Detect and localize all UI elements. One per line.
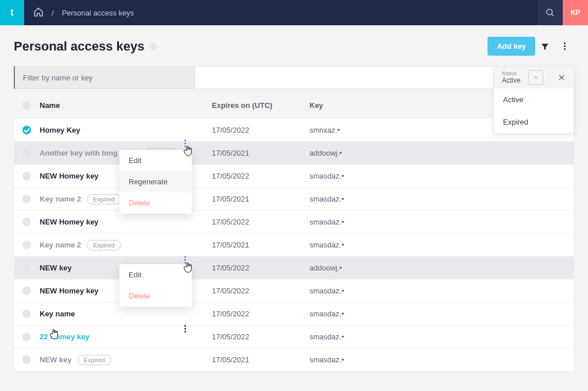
help-icon[interactable]: [149, 42, 157, 51]
row-context-menu: Edit Regenerate Delete: [119, 150, 192, 214]
row-key: smasdaz.•: [310, 218, 566, 226]
row-expires: 17/05/2021: [212, 149, 310, 157]
row-checkbox[interactable]: [22, 287, 31, 295]
table-row[interactable]: Key name 2Expired17/05/2021smasdaz.•: [14, 233, 574, 256]
row-name: Homey Key: [40, 126, 212, 134]
status-option-expired[interactable]: Expired: [494, 111, 574, 133]
row-expires: 17/05/2022: [212, 218, 310, 226]
row-key: smasdaz.•: [310, 355, 566, 364]
table-row[interactable]: Key name17/05/2022smasdaz.•: [14, 302, 574, 325]
status-option-active[interactable]: Active: [494, 88, 574, 111]
page-title: Personal access keys: [14, 39, 145, 54]
table-row[interactable]: NEW Homey key17/05/2022smasdaz.•: [14, 279, 574, 302]
row-expires: 17/05/2022: [212, 264, 310, 272]
row-key: smasdaz.•: [310, 241, 566, 249]
status-filter-dropdown: Status Active Active Expired: [493, 66, 574, 134]
row-expires: 17/05/2022: [212, 309, 310, 318]
row-expires: 17/05/2022: [212, 172, 310, 180]
filter-icon[interactable]: [535, 42, 555, 51]
row-context-menu: Edit Delete: [119, 264, 192, 307]
breadcrumb-separator: /: [52, 9, 54, 17]
row-key: smasdaz.•: [310, 172, 566, 180]
svg-point-0: [547, 9, 552, 15]
chevron-up-icon[interactable]: [528, 70, 543, 85]
row-checkbox[interactable]: [22, 332, 31, 341]
row-checkbox[interactable]: [22, 172, 31, 180]
add-key-button[interactable]: Add key: [488, 37, 535, 56]
row-name: Key name: [40, 309, 212, 318]
row-key: addoowj.•: [310, 149, 566, 157]
row-key: smasdaz.•: [310, 287, 566, 295]
row-checkbox[interactable]: [22, 355, 31, 364]
table-row[interactable]: NEW Homey key17/05/2022smasdaz.•: [14, 210, 574, 233]
filter-input[interactable]: Filter by name or key: [14, 66, 195, 89]
row-key: smasdaz.•: [310, 195, 566, 203]
row-checkbox[interactable]: [22, 126, 31, 134]
expired-badge: Expired: [87, 194, 121, 204]
row-expires: 17/05/2021: [212, 241, 310, 249]
table-row[interactable]: NEW key17/05/2022addoowj.•: [14, 256, 574, 279]
row-expires: 17/05/2022: [212, 287, 310, 295]
table-row[interactable]: Another key with long nameExpired17/05/2…: [14, 141, 574, 164]
cursor-hand-icon: [49, 328, 60, 340]
row-expires: 17/05/2022: [212, 332, 310, 341]
table-row[interactable]: Key name 2Expired17/05/2021smasdaz.•: [14, 187, 574, 210]
close-icon[interactable]: [549, 67, 574, 88]
row-checkbox[interactable]: [22, 149, 31, 157]
expired-badge: Expired: [87, 240, 121, 250]
row-expires: 17/05/2022: [212, 126, 310, 134]
table-row[interactable]: NEW keyExpired17/05/2021smasdaz.•: [14, 348, 574, 371]
brand-logo[interactable]: t: [0, 0, 24, 25]
more-menu-icon[interactable]: [555, 42, 574, 50]
row-name: NEW Homey key: [40, 218, 212, 226]
expired-badge: Expired: [78, 355, 111, 365]
row-checkbox[interactable]: [22, 309, 31, 318]
select-all-checkbox[interactable]: [22, 101, 31, 110]
table-row[interactable]: 22 Homey key17/05/2022smasdaz.•: [14, 325, 574, 348]
keys-table: Name Expires on (UTC) Key Homey Key17/05…: [14, 91, 574, 371]
col-header-name[interactable]: Name: [40, 101, 212, 110]
table-row[interactable]: Homey Key17/05/2022smnxaz.•: [14, 118, 574, 141]
row-key: smasdaz.•: [310, 309, 566, 318]
cursor-hand-icon: [183, 145, 194, 157]
row-name: Key name 2Expired: [40, 240, 212, 250]
row-checkbox[interactable]: [22, 264, 31, 272]
ctx-edit[interactable]: Edit: [119, 150, 192, 171]
ctx-edit[interactable]: Edit: [119, 264, 192, 285]
home-icon[interactable]: [33, 7, 44, 19]
row-name: NEW keyExpired: [40, 355, 212, 365]
avatar[interactable]: KP: [563, 0, 588, 25]
ctx-regenerate[interactable]: Regenerate: [119, 171, 192, 192]
search-button[interactable]: [537, 0, 563, 25]
row-checkbox[interactable]: [22, 195, 31, 203]
ctx-delete[interactable]: Delete: [119, 192, 192, 214]
row-expires: 17/05/2021: [212, 195, 310, 203]
row-key: addoowj.•: [310, 264, 566, 272]
svg-line-1: [552, 14, 554, 16]
row-name[interactable]: 22 Homey key: [40, 332, 212, 341]
cursor-hand-icon: [183, 261, 194, 274]
col-header-expires[interactable]: Expires on (UTC): [212, 101, 310, 110]
table-row[interactable]: NEW Homey key17/05/2022smasdaz.•: [14, 164, 574, 187]
status-filter-toggle[interactable]: Status Active: [494, 67, 528, 88]
row-checkbox[interactable]: [22, 218, 31, 226]
row-checkbox[interactable]: [22, 241, 31, 249]
breadcrumb[interactable]: Personal access keys: [62, 9, 134, 17]
ctx-delete[interactable]: Delete: [119, 285, 192, 307]
row-expires: 17/05/2021: [212, 355, 310, 364]
row-actions-icon[interactable]: [184, 325, 186, 332]
row-key: smasdaz.•: [310, 332, 566, 341]
